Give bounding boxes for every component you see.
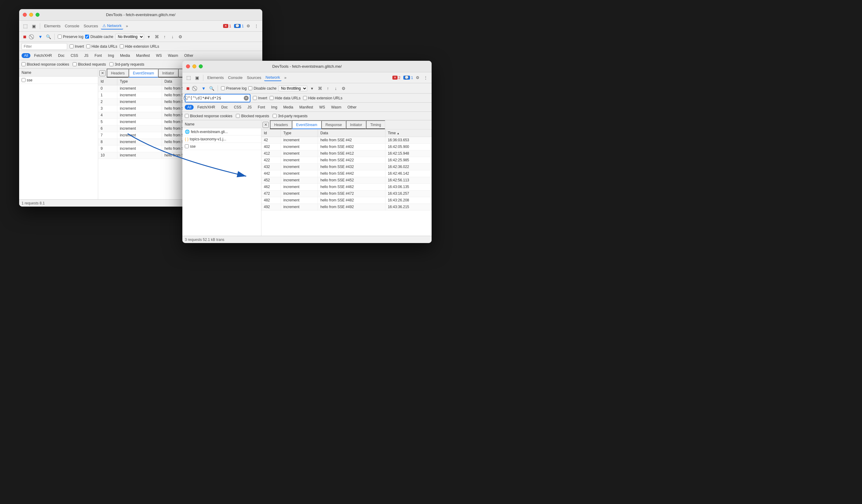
detail-close-2[interactable]: ✕ <box>263 122 269 128</box>
req-row-sse-2[interactable]: sse <box>182 143 261 150</box>
tab-network-2[interactable]: Network <box>264 74 282 81</box>
tab-console-2[interactable]: Console <box>226 75 244 81</box>
net-settings-1[interactable]: ⚙ <box>178 34 184 40</box>
type-js-2[interactable]: JS <box>245 105 254 110</box>
invert-checkbox-2[interactable] <box>253 96 257 100</box>
type-all-2[interactable]: All <box>185 105 194 110</box>
detail-tab-initiator-1[interactable]: Initiator <box>158 69 178 78</box>
detail-tab-initiator-2[interactable]: Initiator <box>346 120 366 129</box>
type-fetchxhr-2[interactable]: Fetch/XHR <box>195 105 218 110</box>
detail-tab-headers-1[interactable]: Headers <box>107 69 129 78</box>
detail-tab-eventstream-1[interactable]: EventStream <box>129 69 158 78</box>
req-row-topics-2[interactable]: { } topics-taxonomy-v1.j... <box>182 135 261 143</box>
record-stop-2[interactable]: ⏹ <box>185 85 191 91</box>
close-button-2[interactable] <box>186 64 190 68</box>
filter-btn-1[interactable]: ▼ <box>37 34 43 40</box>
es-row-2[interactable]: 402 increment hello from SSE #402 16:42:… <box>261 143 432 150</box>
es-row-2[interactable]: 472 increment hello from SSE #472 16:43:… <box>261 190 432 197</box>
device-icon[interactable]: ▣ <box>30 23 37 29</box>
type-wasm-2[interactable]: Wasm <box>329 105 344 110</box>
throttle-chevron-2[interactable]: ▾ <box>309 85 315 91</box>
type-css-2[interactable]: CSS <box>231 105 244 110</box>
detail-tab-response-2[interactable]: Response <box>321 120 346 129</box>
third-party-label-1[interactable]: 3rd-party requests <box>109 62 144 67</box>
wifi-icon-1[interactable]: ⌘ <box>154 34 160 40</box>
type-other-1[interactable]: Other <box>182 53 196 58</box>
hide-ext-label-2[interactable]: Hide extension URLs <box>303 96 342 100</box>
tab-more-2[interactable]: » <box>283 75 288 81</box>
third-party-cb-1[interactable] <box>109 62 113 66</box>
detail-tab-headers-2[interactable]: Headers <box>270 120 292 129</box>
hide-data-label-1[interactable]: Hide data URLs <box>86 44 117 49</box>
request-row-sse-1[interactable]: sse <box>19 77 98 84</box>
type-other-2[interactable]: Other <box>345 105 359 110</box>
type-css-1[interactable]: CSS <box>68 53 80 58</box>
es-row-2[interactable]: 42 increment hello from SSE #42 16:36:03… <box>261 137 432 143</box>
settings-icon-1[interactable]: ⚙ <box>245 23 252 29</box>
throttle-chevron-1[interactable]: ▾ <box>146 34 152 40</box>
regex-clear-btn[interactable]: ✕ <box>244 96 249 101</box>
es-scroll-2[interactable]: Id Type Data Time ▲ 42 increment hello f… <box>261 129 432 236</box>
regex-filter-input[interactable] <box>188 96 243 100</box>
third-party-cb-2[interactable] <box>273 114 277 118</box>
blocked-cookies-cb-1[interactable] <box>22 62 26 66</box>
preserve-log-label-2[interactable]: Preserve log <box>221 86 247 91</box>
type-wasm-1[interactable]: Wasm <box>166 53 181 58</box>
more-icon-2[interactable]: ⋮ <box>422 75 429 81</box>
hide-ext-checkbox-2[interactable] <box>303 96 307 100</box>
maximize-button-1[interactable] <box>36 13 40 17</box>
clear-btn-2[interactable]: ⃠ <box>193 85 199 91</box>
sse-checkbox-1[interactable] <box>22 78 26 82</box>
tab-network[interactable]: ⚠ Network <box>101 23 123 29</box>
req-row-fetch-2[interactable]: 🌐 fetch-eventstream.gli... <box>182 128 261 135</box>
settings-icon-2[interactable]: ⚙ <box>414 75 421 81</box>
more-icon-1[interactable]: ⋮ <box>253 23 260 29</box>
hide-ext-label-1[interactable]: Hide extension URLs <box>120 44 159 49</box>
tab-elements-2[interactable]: Elements <box>206 75 225 81</box>
upload-icon-2[interactable]: ↑ <box>325 85 331 91</box>
type-fetchxhr-1[interactable]: Fetch/XHR <box>31 53 54 58</box>
type-media-1[interactable]: Media <box>118 53 132 58</box>
search-btn-1[interactable]: 🔍 <box>45 34 51 40</box>
disable-cache-label-2[interactable]: Disable cache <box>248 86 276 91</box>
type-js-1[interactable]: JS <box>82 53 91 58</box>
third-party-label-2[interactable]: 3rd-party requests <box>273 114 307 118</box>
hide-data-checkbox-2[interactable] <box>270 96 274 100</box>
device-icon-2[interactable]: ▣ <box>194 75 200 81</box>
invert-checkbox-1[interactable] <box>69 44 74 48</box>
es-row-2[interactable]: 442 increment hello from SSE #442 16:42:… <box>261 170 432 177</box>
hide-data-checkbox-1[interactable] <box>86 44 90 48</box>
es-row-2[interactable]: 482 increment hello from SSE #482 16:43:… <box>261 197 432 203</box>
disable-cache-label-1[interactable]: Disable cache <box>85 35 113 39</box>
devtools-icon[interactable]: ⬚ <box>22 22 29 30</box>
hide-data-label-2[interactable]: Hide data URLs <box>270 96 301 100</box>
type-ws-1[interactable]: WS <box>154 53 164 58</box>
tab-elements[interactable]: Elements <box>42 23 62 29</box>
devtools-icon-2[interactable]: ⬚ <box>185 74 192 81</box>
preserve-log-checkbox-1[interactable] <box>58 35 62 39</box>
type-img-2[interactable]: Img <box>269 105 279 110</box>
blocked-requests-cb-2[interactable] <box>236 114 240 118</box>
tab-sources-2[interactable]: Sources <box>245 75 263 81</box>
blocked-cookies-label-1[interactable]: Blocked response cookies <box>22 62 69 67</box>
type-manifest-2[interactable]: Manifest <box>297 105 315 110</box>
filter-input-1[interactable] <box>22 43 67 50</box>
es-row-2[interactable]: 452 increment hello from SSE #452 16:42:… <box>261 177 432 184</box>
clear-btn-1[interactable]: ⃠ <box>29 34 36 40</box>
disable-cache-checkbox-1[interactable] <box>85 35 89 39</box>
minimize-button-2[interactable] <box>192 64 196 68</box>
throttle-select-1[interactable]: No throttling Slow 3G Fast 3G <box>115 34 144 40</box>
search-btn-2[interactable]: 🔍 <box>209 85 214 91</box>
type-ws-2[interactable]: WS <box>317 105 327 110</box>
throttle-select-2[interactable]: No throttling <box>278 85 307 91</box>
detail-close-1[interactable]: ✕ <box>100 70 105 76</box>
net-settings-2[interactable]: ⚙ <box>341 85 347 91</box>
tab-sources[interactable]: Sources <box>82 23 100 29</box>
hide-ext-checkbox-1[interactable] <box>120 44 124 48</box>
detail-tab-eventstream-2[interactable]: EventStream <box>292 120 321 129</box>
es-row-2[interactable]: 492 increment hello from SSE #492 16:43:… <box>261 203 432 210</box>
tab-console[interactable]: Console <box>63 23 81 29</box>
blocked-requests-cb-1[interactable] <box>73 62 77 66</box>
es-row-2[interactable]: 462 increment hello from SSE #462 16:43:… <box>261 184 432 190</box>
invert-label-2[interactable]: Invert <box>253 96 267 100</box>
